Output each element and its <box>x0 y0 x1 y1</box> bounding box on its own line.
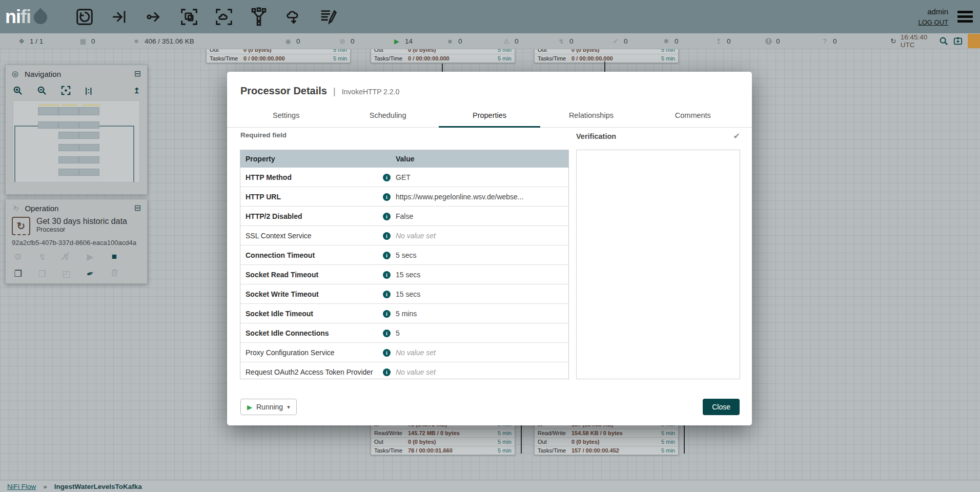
search-icon[interactable] <box>939 36 948 46</box>
property-row[interactable]: HTTP URLihttps://www.pegelonline.wsv.de/… <box>240 187 568 207</box>
stat-value: 157 / 00:00:00.452 <box>571 447 657 454</box>
status-stopped-components-count: 0 <box>458 37 462 45</box>
chevron-down-icon: ▾ <box>287 404 290 411</box>
minimap-component <box>58 156 79 163</box>
property-name: Socket Read Timeout <box>246 271 383 279</box>
stat-row: Tasks/Time78 / 00:00:01.6605 min <box>371 446 515 455</box>
info-icon[interactable]: i <box>383 310 391 318</box>
status-queued: ≡406 / 351.06 KB <box>132 37 284 45</box>
close-button[interactable]: Close <box>703 399 740 415</box>
tab-settings[interactable]: Settings <box>235 105 337 128</box>
stop-icon[interactable]: ■ <box>109 252 119 262</box>
minimap-component <box>79 107 99 115</box>
processor-icon[interactable] <box>74 6 95 28</box>
remote-process-group-icon[interactable] <box>213 6 235 28</box>
breadcrumb: NiFi Flow » IngestWaterLevelsToKafka <box>0 480 980 492</box>
property-row[interactable]: HTTP MethodiGET <box>240 168 568 187</box>
stat-label: Out <box>374 439 408 445</box>
property-row[interactable]: HTTP/2 DisablediFalse <box>240 207 568 226</box>
property-row[interactable]: Connection Timeouti5 secs <box>240 245 568 265</box>
copy-icon[interactable]: ❐ <box>13 269 23 279</box>
status-running-components-icon: ▶ <box>393 37 401 45</box>
logout-link[interactable]: LOG OUT <box>918 17 948 28</box>
selected-component-name: Get 30 days historic data <box>36 217 127 226</box>
property-value: 5 secs <box>396 251 568 259</box>
property-row[interactable]: SSL Context ServiceiNo value set <box>240 226 568 245</box>
property-row[interactable]: Proxy Configuration ServiceiNo value set <box>240 343 568 362</box>
template-icon[interactable] <box>283 6 304 28</box>
paste-icon[interactable]: ❒ <box>37 269 47 279</box>
zoom-fit-icon[interactable] <box>61 86 71 95</box>
tab-relationships[interactable]: Relationships <box>540 105 642 128</box>
property-row[interactable]: Socket Read Timeouti15 secs <box>240 265 568 284</box>
zoom-actual-icon[interactable]: |:| <box>85 86 92 95</box>
start-icon[interactable]: ▶ <box>85 252 95 262</box>
property-row[interactable]: Request OAuth2 Access Token ProvideriNo … <box>240 362 568 379</box>
info-icon[interactable]: i <box>383 330 391 337</box>
property-row[interactable]: Socket Idle Timeouti5 mins <box>240 304 568 323</box>
property-name: Socket Write Timeout <box>246 290 383 298</box>
status-stale-versioned: ↥0 <box>714 37 765 45</box>
enable-icon[interactable]: ↯ <box>37 252 47 262</box>
stat-row: Read/Write154.58 KB / 0 bytes5 min <box>535 429 678 438</box>
change-color-icon[interactable]: ✒ <box>84 267 97 281</box>
property-row[interactable]: Socket Write Timeouti15 secs <box>240 284 568 304</box>
stat-row: Tasks/Time0 / 00:00:00.0005 min <box>207 54 350 63</box>
property-row[interactable]: Socket Idle Connectionsi5 <box>240 323 568 343</box>
label-icon[interactable] <box>318 6 339 28</box>
info-icon[interactable]: i <box>383 232 391 240</box>
info-icon[interactable]: i <box>383 271 391 279</box>
zoom-out-icon[interactable] <box>37 86 47 95</box>
tab-properties[interactable]: Properties <box>439 105 540 128</box>
output-port-icon[interactable] <box>144 6 165 28</box>
info-icon[interactable]: i <box>383 213 391 220</box>
minimap-component <box>79 169 99 176</box>
configure-icon[interactable]: ⚙ <box>13 252 23 262</box>
birdseye-minimap[interactable] <box>13 100 140 182</box>
disable-icon[interactable]: ↯ <box>61 252 71 262</box>
flow-capture-icon[interactable] <box>953 36 963 46</box>
collapse-operation-icon[interactable]: ⊟ <box>134 204 141 212</box>
global-menu-icon[interactable] <box>955 9 975 25</box>
tab-scheduling[interactable]: Scheduling <box>337 105 438 128</box>
stat-label: Tasks/Time <box>374 55 408 61</box>
info-icon[interactable]: i <box>383 349 391 357</box>
property-value: No value set <box>396 232 568 240</box>
refresh-icon[interactable]: ↻ <box>890 37 896 45</box>
info-icon[interactable]: i <box>383 174 391 181</box>
stat-period: 5 min <box>329 55 347 61</box>
last-refresh-time: 16:45:40 UTC <box>901 33 939 49</box>
info-icon[interactable]: i <box>383 193 391 201</box>
tab-comments[interactable]: Comments <box>642 105 744 128</box>
hand-pointer-icon: ☜ <box>10 202 21 214</box>
stat-period: 5 min <box>657 55 675 61</box>
status-disabled-components-icon: ↯ <box>557 37 565 45</box>
minimap-component <box>58 121 79 129</box>
verify-properties-icon[interactable]: ✔ <box>733 131 740 141</box>
funnel-icon[interactable] <box>248 6 270 28</box>
info-icon[interactable]: i <box>383 252 391 259</box>
status-transmitting-remote-groups-icon: ◉ <box>284 37 292 45</box>
breadcrumb-root-link[interactable]: NiFi Flow <box>7 483 36 490</box>
delete-icon[interactable] <box>109 269 119 279</box>
nifi-logo: nifi <box>5 6 47 28</box>
info-icon[interactable]: i <box>383 368 391 376</box>
status-not-transmitting-remote-groups-icon: ⊘ <box>338 37 346 45</box>
collapse-navigation-icon[interactable]: ⊟ <box>134 70 141 78</box>
nifi-droplet-icon <box>31 8 50 27</box>
right-drawer-handle[interactable] <box>968 34 980 48</box>
zoom-in-icon[interactable] <box>13 86 23 95</box>
property-value: 15 secs <box>396 271 568 279</box>
leave-group-icon[interactable]: ↥ <box>133 86 140 95</box>
property-value: https://www.pegelonline.wsv.de/webse... <box>396 193 568 201</box>
stat-value: 154.58 KB / 0 bytes <box>571 430 657 436</box>
group-selection-icon[interactable]: ◰ <box>61 269 71 279</box>
top-toolbar: nifi admin LOG OUT <box>0 0 980 33</box>
info-cell: i <box>383 173 396 181</box>
process-group-icon[interactable] <box>178 6 200 28</box>
stat-value: 0 (0 bytes) <box>571 439 657 445</box>
input-port-icon[interactable] <box>109 6 130 28</box>
info-icon[interactable]: i <box>383 291 391 298</box>
run-state-menu-button[interactable]: ▶ Running ▾ <box>240 399 297 415</box>
status-stale-versioned-icon: ↥ <box>714 37 723 45</box>
